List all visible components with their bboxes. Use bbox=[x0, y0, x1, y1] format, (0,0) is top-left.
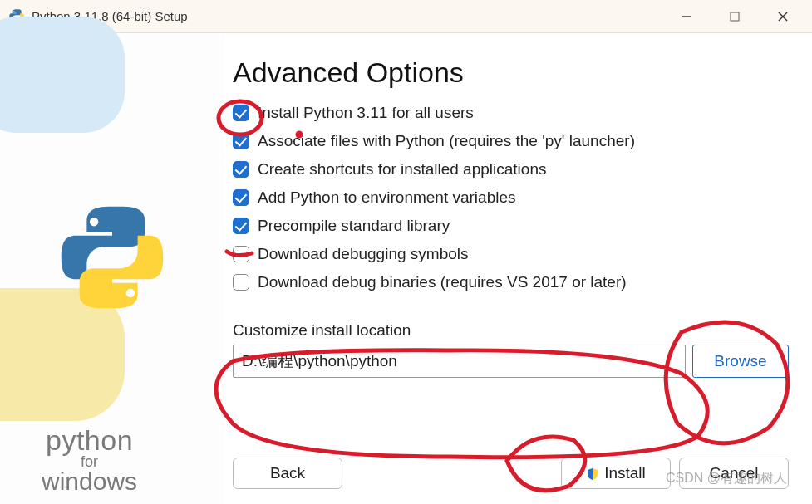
option-label: Add Python to environment variables bbox=[258, 188, 516, 207]
option-row: Associate files with Python (requires th… bbox=[233, 132, 789, 150]
svg-rect-1 bbox=[731, 12, 739, 21]
decorative-blob bbox=[0, 17, 125, 133]
option-row: Precompile standard library bbox=[233, 217, 789, 235]
minimize-button[interactable] bbox=[662, 0, 711, 33]
cancel-button[interactable]: Cancel bbox=[679, 458, 789, 489]
browse-button[interactable]: Browse bbox=[692, 345, 789, 378]
checkbox[interactable] bbox=[233, 105, 249, 121]
option-label: Precompile standard library bbox=[258, 217, 450, 235]
maximize-button[interactable] bbox=[711, 0, 759, 33]
back-button[interactable]: Back bbox=[233, 458, 342, 489]
install-location-input[interactable] bbox=[233, 345, 686, 378]
checkbox[interactable] bbox=[233, 274, 249, 291]
brand-line: python bbox=[42, 424, 137, 457]
content: python for windows Advanced Options Inst… bbox=[0, 33, 812, 504]
sidebar: python for windows bbox=[0, 33, 224, 504]
install-location-label: Customize install location bbox=[233, 321, 789, 340]
option-row: Download debug binaries (requires VS 201… bbox=[233, 273, 789, 291]
checkbox[interactable] bbox=[233, 189, 249, 206]
option-row: Install Python 3.11 for all users bbox=[233, 104, 789, 122]
uac-shield-icon bbox=[586, 467, 599, 480]
titlebar: Python 3.11.8 (64-bit) Setup bbox=[0, 0, 812, 33]
main-panel: Advanced Options Install Python 3.11 for… bbox=[224, 33, 812, 504]
close-button[interactable] bbox=[759, 0, 807, 33]
option-label: Download debug binaries (requires VS 201… bbox=[258, 273, 627, 291]
checkbox[interactable] bbox=[233, 218, 249, 234]
button-row: Back Install Cancel bbox=[233, 458, 789, 489]
option-row: Add Python to environment variables bbox=[233, 188, 789, 207]
install-location-section: Customize install location Browse bbox=[233, 321, 789, 378]
install-button-label: Install bbox=[604, 464, 646, 482]
brand-line: windows bbox=[42, 467, 137, 496]
options-list: Install Python 3.11 for all usersAssocia… bbox=[233, 104, 789, 291]
option-label: Download debugging symbols bbox=[258, 245, 469, 263]
python-logo-icon bbox=[54, 199, 170, 319]
page-title: Advanced Options bbox=[233, 56, 789, 89]
option-label: Install Python 3.11 for all users bbox=[258, 104, 474, 122]
checkbox[interactable] bbox=[233, 133, 249, 149]
option-row: Create shortcuts for installed applicati… bbox=[233, 160, 789, 179]
option-row: Download debugging symbols bbox=[233, 245, 789, 263]
install-button[interactable]: Install bbox=[561, 458, 671, 489]
option-label: Associate files with Python (requires th… bbox=[258, 132, 635, 150]
checkbox[interactable] bbox=[233, 246, 249, 262]
checkbox[interactable] bbox=[233, 161, 249, 178]
brand-text: python for windows bbox=[42, 424, 137, 496]
option-label: Create shortcuts for installed applicati… bbox=[258, 160, 546, 179]
